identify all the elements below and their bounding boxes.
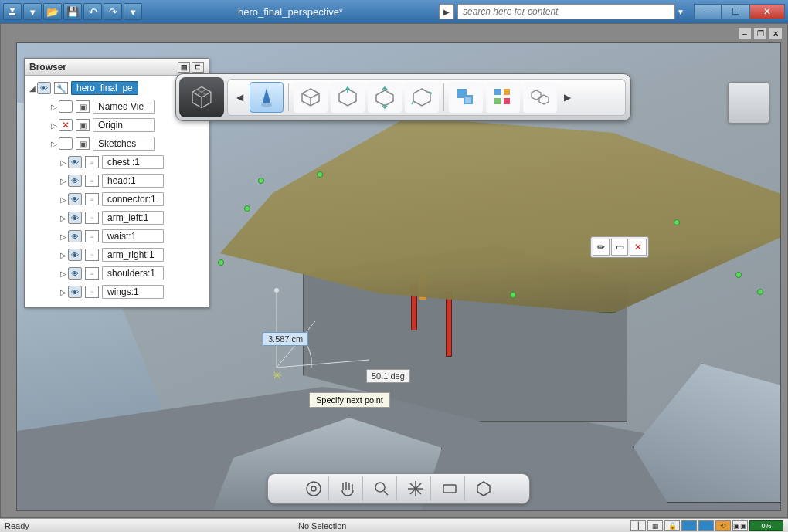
ribbon-next-icon[interactable]: ▶ (560, 82, 574, 113)
edit-handle[interactable] (757, 289, 763, 295)
modeling-ribbon[interactable]: ◀ (175, 73, 631, 121)
doc-close-icon[interactable]: ✕ (769, 27, 783, 39)
expand-icon[interactable]: ▷ (60, 232, 68, 241)
doc-min-icon[interactable]: – (738, 27, 752, 39)
sweep-button[interactable] (405, 82, 439, 113)
visibility-toggle[interactable]: 👁 (68, 230, 82, 242)
expand-icon[interactable]: ▷ (60, 195, 68, 204)
edit-handle[interactable] (244, 205, 250, 212)
minimize-button[interactable]: — (694, 4, 722, 19)
edit-handle[interactable] (674, 219, 680, 225)
expand-icon[interactable]: ▷ (60, 269, 68, 278)
tree-item[interactable]: ▷👁▫chest :1 (25, 153, 209, 171)
expand-icon[interactable]: ▷ (60, 251, 68, 259)
orbit-button[interactable] (298, 476, 329, 501)
expand-icon[interactable]: ▷ (51, 121, 59, 130)
status-bar: Ready No Selection ⎮ ▦ 🔒 ⟲ ▣▣ 0% (0, 518, 788, 532)
edit-handle[interactable] (510, 292, 516, 298)
edit-handle[interactable] (735, 272, 742, 278)
svg-marker-0 (9, 8, 15, 12)
edit-handle[interactable] (218, 259, 224, 266)
open-file-button[interactable]: 📂 (43, 3, 62, 20)
search-go-icon[interactable]: ▶ (439, 4, 454, 19)
sculpt-tool-button[interactable] (250, 82, 284, 113)
visibility-toggle[interactable]: 👁 (68, 175, 82, 187)
tree-item[interactable]: ▷▣Sketches (25, 134, 209, 153)
expand-icon[interactable]: ▷ (60, 158, 68, 167)
dimension-length-input[interactable]: 3.587 cm (263, 332, 308, 346)
app-menu-button[interactable] (3, 3, 22, 20)
tree-item[interactable]: ▷👁▫arm_right:1 (25, 246, 209, 264)
expand-icon[interactable]: ▷ (51, 103, 59, 111)
zoom-button[interactable] (366, 476, 397, 501)
tree-item[interactable]: ▷👁▫arm_left:1 (25, 208, 209, 227)
save-button[interactable]: 💾 (63, 3, 82, 20)
document-title: hero_final_perspective* (142, 6, 439, 18)
expand-icon[interactable]: ▷ (60, 288, 68, 296)
fit-view-button[interactable] (468, 476, 499, 501)
tree-item-label: shoulders:1 (107, 268, 155, 279)
ribbon-prev-icon[interactable]: ◀ (233, 82, 246, 113)
visibility-toggle[interactable]: 👁 (68, 193, 82, 205)
close-button[interactable]: ✕ (749, 4, 785, 19)
lock-icon[interactable]: 🔒 (664, 520, 680, 531)
redo-button[interactable]: ↷ (104, 3, 122, 20)
doc-restore-icon[interactable]: ❐ (753, 27, 767, 39)
browser-options-icon[interactable]: ▤ (178, 62, 190, 73)
visibility-toggle[interactable] (59, 137, 73, 150)
visibility-toggle[interactable]: 👁 (68, 286, 82, 298)
visibility-toggle[interactable]: 👁 (68, 249, 82, 261)
tree-item[interactable]: ▷👁▫waist:1 (25, 227, 209, 246)
tree-item[interactable]: ▷👁▫head:1 (25, 171, 209, 190)
browser-pin-icon[interactable]: ⊏ (192, 62, 204, 73)
revolve-button[interactable] (368, 82, 402, 113)
link-icon[interactable]: ⟲ (715, 520, 731, 531)
sketch-options-icon[interactable]: ✏ (593, 239, 610, 256)
grid-snap-icon[interactable]: ▦ (647, 520, 663, 531)
array-button[interactable] (486, 82, 520, 113)
maximize-button[interactable]: ☐ (722, 4, 749, 19)
edit-handle[interactable] (258, 178, 264, 184)
undo-button[interactable]: ↶ (83, 3, 102, 20)
extrude-button[interactable] (331, 82, 365, 113)
new-file-button[interactable]: ▾ (23, 3, 42, 20)
svg-point-8 (261, 103, 272, 107)
merge-button[interactable] (523, 82, 557, 113)
collapse-icon[interactable]: ◢ (29, 84, 37, 93)
qat-overflow-button[interactable]: ▾ (124, 3, 142, 20)
search-input[interactable] (457, 4, 675, 19)
visibility-toggle[interactable] (59, 119, 73, 131)
edit-handle[interactable] (317, 171, 323, 178)
tree-item[interactable]: ▷👁▫shoulders:1 (25, 264, 209, 283)
cancel-sketch-icon[interactable]: ✕ (630, 239, 647, 256)
expand-icon[interactable]: ▷ (51, 140, 59, 148)
tree-item[interactable]: ▷👁▫wings:1 (25, 283, 209, 301)
visibility-toggle[interactable] (59, 100, 73, 113)
tree-item-label: head:1 (107, 175, 136, 186)
display-mode-icon[interactable] (681, 520, 697, 531)
display-toggle-icon[interactable]: ▭ (611, 239, 628, 256)
expand-icon[interactable]: ▷ (60, 214, 68, 222)
visibility-toggle[interactable]: 👁 (37, 82, 51, 94)
visibility-toggle[interactable]: 👁 (68, 267, 82, 280)
pan-button[interactable] (332, 476, 363, 501)
tree-item-label: Sketches (98, 138, 136, 149)
ribbon-grip-icon[interactable] (179, 77, 224, 117)
shading-icon[interactable] (698, 520, 714, 531)
tree-root-label: hero_final_pe (76, 83, 133, 93)
view-cube[interactable] (728, 82, 769, 124)
visibility-toggle[interactable]: 👁 (68, 212, 82, 224)
svg-rect-14 (504, 98, 510, 104)
box-primitive-button[interactable] (294, 82, 328, 113)
search-dropdown-icon[interactable]: ▼ (675, 8, 686, 16)
navigation-bar (267, 473, 530, 504)
look-button[interactable] (434, 476, 465, 501)
status-sep-icon[interactable]: ⎮ (630, 520, 646, 531)
pattern-button[interactable] (449, 82, 483, 113)
tree-item[interactable]: ▷👁▫connector:1 (25, 190, 209, 208)
dual-view-icon[interactable]: ▣▣ (732, 520, 748, 531)
free-orbit-button[interactable] (400, 476, 431, 501)
model-detail-red-2 (446, 292, 452, 357)
expand-icon[interactable]: ▷ (60, 177, 68, 185)
visibility-toggle[interactable]: 👁 (68, 156, 82, 168)
